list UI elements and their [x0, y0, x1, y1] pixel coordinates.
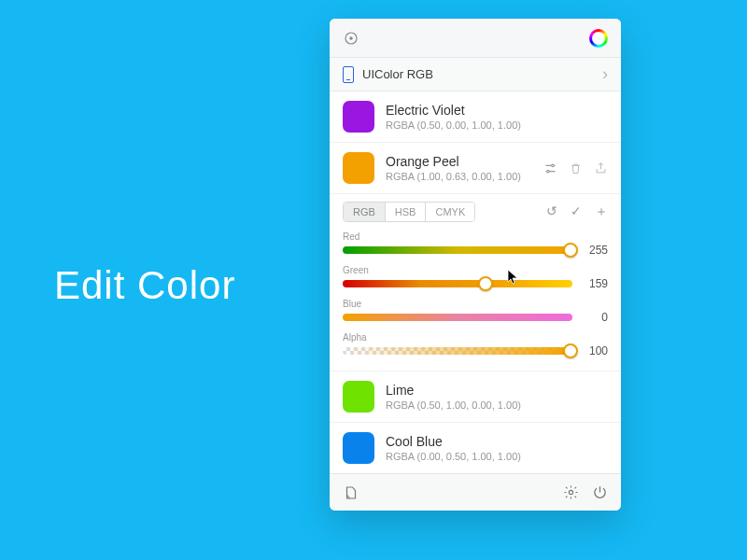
color-name: Electric Violet [386, 103, 608, 118]
swatch [343, 381, 374, 413]
trash-icon[interactable] [569, 161, 583, 175]
slider-red-group: Red 255 [343, 231, 608, 257]
svg-point-4 [569, 490, 572, 494]
format-label: UIColor RGB [362, 67, 433, 81]
slider-red[interactable] [343, 246, 572, 254]
slider-blue[interactable] [343, 314, 572, 321]
mode-rgb[interactable]: RGB [344, 203, 385, 221]
cursor-icon [506, 269, 519, 286]
chevron-right-icon: › [602, 64, 608, 84]
color-rgba: RGBA (0.00, 0.50, 1.00, 1.00) [386, 451, 608, 462]
color-name: Lime [386, 383, 608, 398]
confirm-icon[interactable]: ✓ [571, 203, 582, 220]
format-selector[interactable]: UIColor RGB › [330, 58, 621, 91]
slider-thumb[interactable] [563, 243, 578, 258]
slider-value: 255 [582, 244, 608, 257]
item-actions [543, 161, 608, 175]
power-icon[interactable] [592, 484, 608, 500]
svg-point-3 [547, 170, 550, 173]
eyedropper-icon[interactable] [343, 30, 359, 47]
page-title: Edit Color [54, 263, 235, 308]
color-rgba: RGBA (1.00, 0.63, 0.00, 1.00) [386, 171, 543, 182]
slider-thumb[interactable] [563, 343, 578, 358]
slider-label: Blue [343, 299, 608, 309]
color-item-orange-peel[interactable]: Orange Peel RGBA (1.00, 0.63, 0.00, 1.00… [330, 143, 621, 194]
swatch [343, 432, 374, 464]
mode-hsb[interactable]: HSB [385, 203, 426, 221]
svg-point-1 [350, 36, 352, 38]
slider-value: 159 [582, 277, 608, 290]
color-rgba: RGBA (0.50, 1.00, 0.00, 1.00) [386, 399, 608, 411]
slider-green[interactable] [343, 280, 572, 287]
slider-value: 0 [582, 311, 608, 324]
mode-cmyk[interactable]: CMYK [425, 203, 474, 221]
bottom-bar [330, 473, 621, 511]
swatch [343, 152, 374, 184]
slider-alpha[interactable] [343, 347, 572, 355]
color-rgba: RGBA (0.50, 0.00, 1.00, 1.00) [386, 119, 608, 131]
color-item-cool-blue[interactable]: Cool Blue RGBA (0.00, 0.50, 1.00, 1.00) [330, 423, 621, 473]
slider-value: 100 [582, 344, 608, 357]
swatch [343, 101, 374, 133]
slider-thumb[interactable] [478, 276, 493, 291]
palette-icon[interactable] [343, 484, 359, 501]
color-editor: RGB HSB CMYK ↺ ✓ ＋ Red 255 Green [330, 194, 621, 371]
slider-label: Red [343, 231, 608, 242]
gear-icon[interactable] [563, 484, 579, 500]
undo-icon[interactable]: ↺ [546, 203, 557, 220]
color-item-electric-violet[interactable]: Electric Violet RGBA (0.50, 0.00, 1.00, … [330, 91, 621, 143]
color-name: Cool Blue [386, 434, 608, 449]
add-icon[interactable]: ＋ [595, 203, 608, 220]
svg-point-2 [552, 164, 555, 167]
slider-label: Alpha [343, 332, 608, 343]
slider-alpha-group: Alpha 100 [343, 332, 608, 357]
color-name: Orange Peel [386, 154, 543, 169]
slider-green-group: Green 159 [343, 265, 608, 290]
slider-label: Green [343, 265, 608, 275]
color-panel: UIColor RGB › Electric Violet RGBA (0.50… [330, 19, 621, 511]
share-icon[interactable] [594, 161, 608, 175]
color-mode-segment: RGB HSB CMYK [343, 202, 475, 222]
slider-blue-group: Blue 0 [343, 299, 608, 324]
device-icon [343, 66, 354, 83]
sliders-icon[interactable] [543, 161, 557, 175]
color-item-lime[interactable]: Lime RGBA (0.50, 1.00, 0.00, 1.00) [330, 371, 621, 423]
color-wheel-icon[interactable] [589, 29, 608, 48]
top-bar [330, 19, 621, 58]
